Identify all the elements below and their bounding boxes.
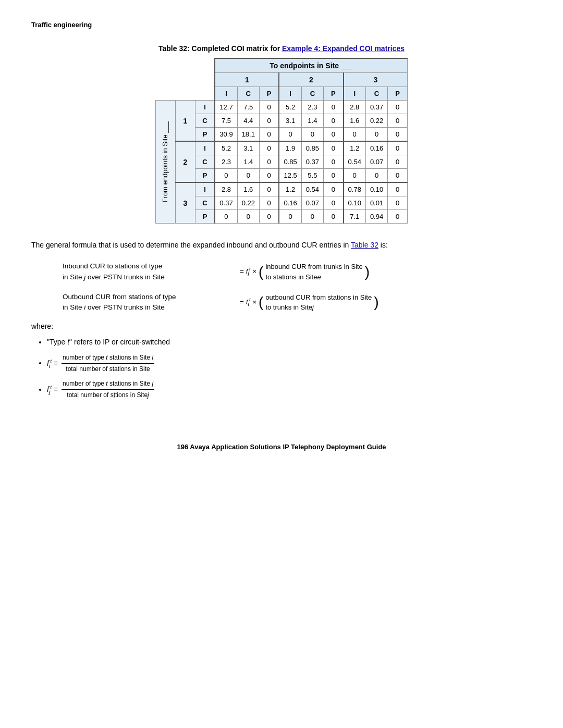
inbound-lhs: Inbound CUR to stations of type in Site … bbox=[63, 261, 240, 282]
outbound-lhs: Outbound CUR from stations of type in Si… bbox=[63, 292, 240, 313]
type-I-s3: I bbox=[195, 182, 215, 196]
coi-matrix-table: To endpoints in Site ___ 1 2 3 I C P I C… bbox=[155, 58, 408, 224]
where-label: where: bbox=[31, 322, 532, 330]
site3-header: 3 bbox=[344, 73, 408, 87]
col-P-s3: P bbox=[388, 87, 408, 101]
body-paragraph1: The general formula that is used to dete… bbox=[31, 239, 532, 251]
from-site3: 3 bbox=[175, 182, 195, 224]
site1-header: 1 bbox=[215, 73, 279, 87]
type-P-s3: P bbox=[195, 210, 215, 224]
type-C-s3: C bbox=[195, 196, 215, 210]
from-site2: 2 bbox=[175, 141, 195, 182]
page-header: Traffic engineering bbox=[31, 21, 532, 29]
col-I-s1: I bbox=[215, 87, 237, 101]
type-C-s1: C bbox=[195, 114, 215, 128]
caption-prefix: Table 32: Completed COI matrix for bbox=[158, 44, 282, 53]
col-C-s3: C bbox=[365, 87, 387, 101]
outbound-rhs: = fit × ( outbound CUR from stations in … bbox=[240, 292, 379, 313]
table-row: 3 I 2.8 1.6 0 1.2 0.54 0 0.78 0.10 0 bbox=[155, 182, 407, 196]
col-C-s2: C bbox=[301, 87, 323, 101]
col-I-s3: I bbox=[344, 87, 366, 101]
table-row: From endpoints in Site ___ 1 I 12.7 7.5 … bbox=[155, 101, 407, 114]
bullet-item-3: fjt = number of type t stations in Site … bbox=[47, 378, 532, 401]
table-row: 2 I 5.2 3.1 0 1.9 0.85 0 1.2 0.16 0 bbox=[155, 141, 407, 155]
from-endpoints-label: From endpoints in Site ___ bbox=[155, 101, 175, 224]
table-caption: Table 32: Completed COI matrix for Examp… bbox=[31, 44, 532, 53]
caption-link[interactable]: Example 4: Expanded COI matrices bbox=[282, 44, 405, 53]
inbound-rhs: = fjt × ( inbound CUR from trunks in Sit… bbox=[240, 262, 370, 282]
footer-text: 196 Avaya Application Solutions IP Telep… bbox=[177, 443, 386, 451]
type-I-s2: I bbox=[195, 141, 215, 155]
type-P-s1: P bbox=[195, 128, 215, 142]
header-title: Traffic engineering bbox=[31, 21, 92, 29]
outbound-formula-block: Outbound CUR from stations of type in Si… bbox=[63, 292, 532, 313]
from-site1: 1 bbox=[175, 101, 195, 142]
inbound-formula-block: Inbound CUR to stations of type in Site … bbox=[63, 261, 532, 282]
table32-link[interactable]: Table 32 bbox=[351, 241, 378, 249]
bullet-item-1: "Type t" refers to IP or circuit-switche… bbox=[47, 336, 532, 349]
col-C-s1: C bbox=[237, 87, 259, 101]
type-P-s2: P bbox=[195, 169, 215, 183]
site2-header: 2 bbox=[279, 73, 343, 87]
page-footer: 196 Avaya Application Solutions IP Telep… bbox=[31, 443, 532, 451]
bullet-list: "Type t" refers to IP or circuit-switche… bbox=[47, 336, 532, 401]
col-P-s1: P bbox=[259, 87, 279, 101]
col-I-s2: I bbox=[279, 87, 301, 101]
type-I-s1: I bbox=[195, 101, 215, 114]
inbound-formula-row: Inbound CUR to stations of type in Site … bbox=[63, 261, 532, 282]
to-endpoints-header: To endpoints in Site ___ bbox=[215, 58, 407, 73]
bullet-item-2: fit = number of type t stations in Site … bbox=[47, 352, 532, 375]
outbound-formula-row: Outbound CUR from stations of type in Si… bbox=[63, 292, 532, 313]
col-P-s2: P bbox=[324, 87, 344, 101]
type-C-s2: C bbox=[195, 155, 215, 169]
